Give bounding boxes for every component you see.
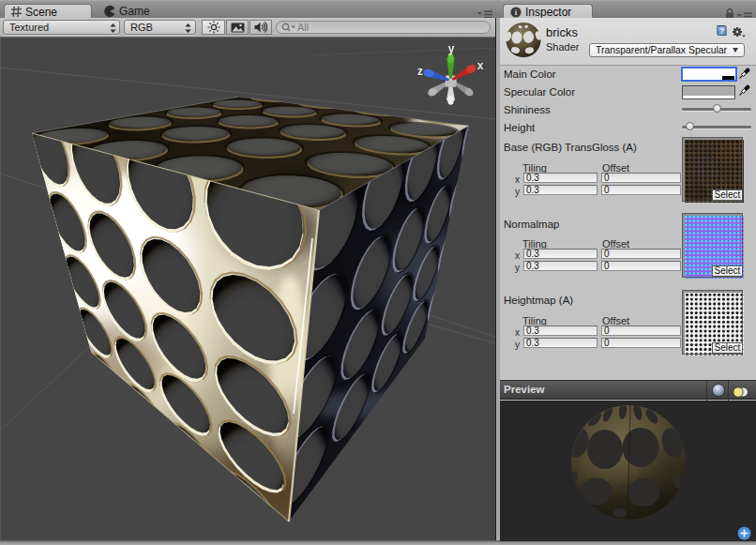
- svg-text:?: ?: [719, 26, 724, 36]
- svg-text:y: y: [448, 42, 455, 55]
- svg-text:z: z: [417, 65, 423, 78]
- svg-text:x: x: [477, 59, 484, 72]
